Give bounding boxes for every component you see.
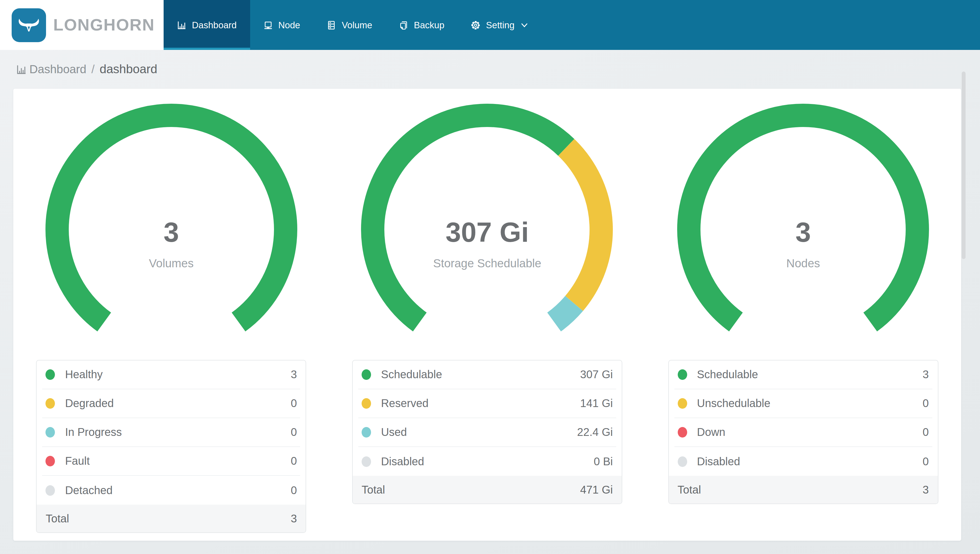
legend-dot [46,485,55,495]
legend-dot [46,456,55,466]
legend-row-healthy: Healthy3 [43,360,300,389]
panel-nodes: 3NodesSchedulable3Unschedulable0Down0Dis… [645,99,961,533]
brand[interactable]: LONGHORN [0,0,164,50]
legend-row-detached: Detached0 [43,476,300,505]
legend-label: Schedulable [381,368,580,381]
nav-item-label: Dashboard [192,20,237,30]
legend-value: 3 [291,368,297,381]
legend-value: 22.4 Gi [577,426,613,439]
breadcrumb: Dashboard / dashboard [0,50,157,89]
nodes-donut-chart [673,99,934,360]
legend-value: 3 [923,368,929,381]
legend-value: 0 [291,455,297,468]
legend-value: 0 [291,484,297,497]
gauge-segment-used [554,303,574,322]
nav-item-label: Setting [486,20,515,30]
nodes-gauge: 3Nodes [673,99,934,360]
dashboard-card: 3VolumesHealthy3Degraded0In Progress0Fau… [13,89,961,541]
legend-dot [46,398,55,409]
scrollbar[interactable] [962,72,966,259]
legend-label: In Progress [65,426,291,439]
legend-value: 0 Bi [594,455,613,468]
legend-row-schedulable: Schedulable3 [674,360,932,389]
legend-value: 0 [291,397,297,410]
gauge-segment-reserved [566,147,601,303]
legend-label: Schedulable [697,368,923,381]
page: LONGHORN DashboardNodeVolumeBackupSettin… [0,0,980,554]
legend-dot [678,369,687,380]
legend-label: Used [381,426,577,439]
legend-label: Detached [65,484,291,497]
legend-value: 0 [923,397,929,410]
legend-value: 0 [291,426,297,439]
total-value: 3 [291,512,297,525]
nav-item-node[interactable]: Node [250,0,313,50]
breadcrumb-current: dashboard [100,62,157,76]
legend-value: 141 Gi [580,397,613,410]
longhorn-logo-icon [12,8,46,42]
legend-dot [362,456,371,466]
legend-dot [362,398,371,409]
top-navigation: LONGHORN DashboardNodeVolumeBackupSettin… [0,0,980,50]
storage-legend-table: Schedulable307 GiReserved141 GiUsed22.4 … [352,360,622,504]
node-icon [263,20,273,30]
nav-item-backup[interactable]: Backup [385,0,458,50]
legend-row-disabled: Disabled0 Bi [358,447,616,476]
breadcrumb-root[interactable]: Dashboard [29,63,86,76]
legend-label: Unschedulable [697,397,923,410]
storage-donut-chart [357,99,617,360]
total-row: Total3 [37,505,306,532]
legend-label: Fault [65,455,291,468]
total-label: Total [46,512,291,525]
gauge-segment-healthy [57,115,286,322]
copy-icon [399,20,408,30]
total-label: Total [678,483,923,496]
legend-label: Degraded [65,397,291,410]
legend-label: Reserved [381,397,580,410]
legend-dot [46,369,55,380]
legend-label: Disabled [697,455,923,468]
bar-chart-icon [16,64,27,75]
legend-row-degraded: Degraded0 [43,389,300,418]
legend-label: Disabled [381,455,594,468]
caret-down-icon [520,22,528,27]
panel-storage: 307 GiStorage SchedulableSchedulable307 … [329,99,645,533]
total-label: Total [362,483,580,496]
total-row: Total471 Gi [353,476,622,503]
legend-row-used: Used22.4 Gi [358,418,616,447]
legend-value: 307 Gi [580,368,613,381]
legend-row-down: Down0 [674,418,932,447]
nav-menu: DashboardNodeVolumeBackupSetting [164,0,980,50]
breadcrumb-separator: / [91,63,95,76]
gauge-segment-schedulable [689,115,917,322]
legend-row-schedulable: Schedulable307 Gi [358,360,616,389]
legend-dot [362,427,371,438]
database-icon [327,20,336,30]
volumes-gauge: 3Volumes [41,99,302,360]
legend-label: Down [697,426,923,439]
total-row: Total3 [668,476,937,503]
legend-row-in-progress: In Progress0 [43,418,300,447]
legend-row-unschedulable: Unschedulable0 [674,389,932,418]
dashboard-panels: 3VolumesHealthy3Degraded0In Progress0Fau… [13,89,961,533]
volumes-legend-table: Healthy3Degraded0In Progress0Fault0Detac… [36,360,306,533]
gear-icon [471,20,480,30]
legend-dot [678,456,687,466]
legend-label: Healthy [65,368,291,381]
nav-item-label: Volume [342,20,372,30]
legend-row-reserved: Reserved141 Gi [358,389,616,418]
volumes-donut-chart [41,99,302,360]
panel-volumes: 3VolumesHealthy3Degraded0In Progress0Fau… [13,99,329,533]
legend-dot [46,427,55,438]
nav-item-dashboard[interactable]: Dashboard [164,0,250,50]
nav-item-volume[interactable]: Volume [313,0,385,50]
nav-item-setting[interactable]: Setting [458,0,541,50]
legend-row-disabled: Disabled0 [674,447,932,476]
legend-dot [678,427,687,438]
nav-item-label: Node [278,20,300,30]
storage-gauge: 307 GiStorage Schedulable [357,99,617,360]
total-value: 3 [923,483,929,496]
nav-item-label: Backup [414,20,444,30]
gauge-segment-schedulable [373,115,566,322]
total-value: 471 Gi [580,483,613,496]
